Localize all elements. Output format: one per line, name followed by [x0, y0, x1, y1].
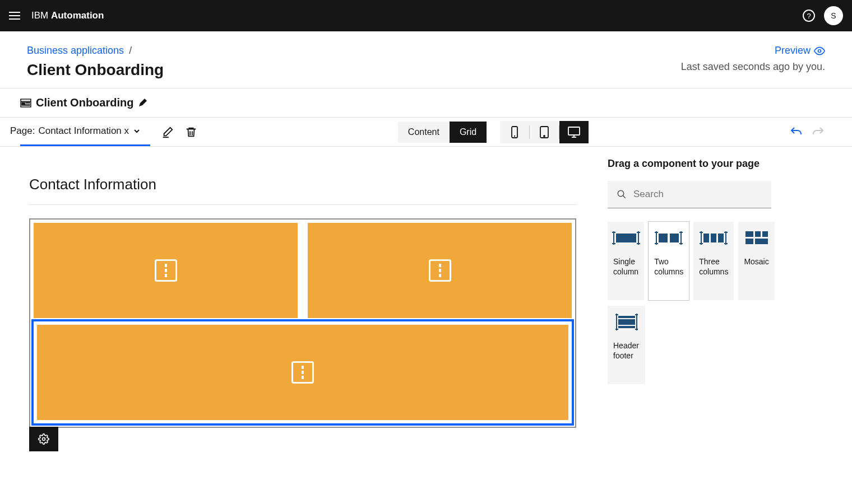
undo-icon[interactable] — [789, 125, 803, 139]
device-preview-toggle — [500, 121, 589, 143]
svg-rect-43 — [762, 231, 768, 237]
canvas-title: Contact Information — [29, 176, 576, 193]
three-columns-icon — [700, 228, 728, 248]
svg-point-14 — [43, 438, 45, 441]
breadcrumb: Business applications / — [27, 45, 164, 57]
canvas: Contact Information — [11, 158, 594, 472]
grid-container[interactable] — [29, 218, 576, 428]
mosaic-icon — [746, 228, 768, 248]
page-selector[interactable]: Page: Contact Information x — [20, 118, 150, 146]
svg-rect-40 — [718, 234, 724, 242]
tablet-device-button[interactable] — [530, 121, 559, 143]
svg-rect-52 — [618, 316, 635, 318]
grid-cell[interactable] — [37, 325, 568, 420]
menu-icon[interactable] — [9, 9, 22, 22]
svg-rect-41 — [746, 231, 753, 237]
preview-button[interactable]: Preview — [775, 45, 825, 57]
svg-rect-11 — [568, 127, 580, 135]
drag-handle-icon[interactable] — [429, 259, 451, 282]
panel-title: Drag a component to your page — [608, 158, 771, 170]
settings-button[interactable] — [29, 427, 58, 451]
search-box[interactable] — [608, 181, 771, 208]
grid-cell[interactable] — [34, 223, 298, 318]
gear-icon — [38, 433, 49, 445]
component-two-columns[interactable]: Two columns — [649, 222, 689, 300]
search-input[interactable] — [633, 189, 762, 200]
view-mode-toggle: Content Grid — [398, 122, 487, 143]
grid-tab[interactable]: Grid — [450, 122, 487, 143]
svg-rect-5 — [22, 105, 30, 105]
svg-rect-4 — [26, 102, 30, 103]
eye-icon — [814, 45, 825, 57]
svg-rect-54 — [618, 326, 635, 328]
svg-rect-42 — [755, 231, 761, 237]
brand-logo: IBM Automation — [31, 10, 104, 21]
drag-handle-icon[interactable] — [291, 361, 314, 384]
chevron-down-icon — [132, 127, 141, 136]
main-content: Contact Information Drag a component to — [0, 147, 852, 483]
svg-point-10 — [544, 136, 545, 137]
svg-point-15 — [618, 190, 624, 197]
grid-row-selected[interactable] — [31, 319, 574, 426]
breadcrumb-link[interactable]: Business applications — [27, 45, 124, 56]
svg-rect-38 — [703, 234, 709, 242]
search-icon — [617, 189, 627, 199]
edit-page-icon[interactable] — [161, 126, 174, 138]
app-name: Client Onboarding — [36, 96, 133, 109]
page-title: Client Onboarding — [27, 61, 164, 79]
drag-handle-icon[interactable] — [155, 259, 177, 282]
grid-cell[interactable] — [308, 223, 572, 318]
header-footer-icon — [615, 312, 638, 332]
component-panel: Drag a component to your page Single col… — [608, 158, 798, 472]
top-header: IBM Automation ? S — [0, 0, 852, 31]
svg-rect-44 — [746, 239, 753, 244]
svg-rect-31 — [670, 234, 679, 242]
redo-icon[interactable] — [812, 125, 825, 139]
content-tab[interactable]: Content — [398, 122, 450, 143]
svg-rect-53 — [618, 319, 635, 325]
delete-icon[interactable] — [185, 126, 197, 138]
mobile-device-button[interactable] — [500, 121, 529, 143]
svg-rect-30 — [659, 234, 668, 242]
sub-header: Business applications / Client Onboardin… — [0, 31, 852, 88]
svg-rect-3 — [22, 102, 25, 104]
two-columns-icon — [655, 228, 683, 248]
grid-row[interactable] — [34, 223, 572, 318]
svg-line-16 — [623, 195, 626, 198]
component-single-column[interactable]: Single column — [608, 222, 644, 300]
svg-rect-39 — [711, 234, 716, 242]
app-name-row: Client Onboarding — [0, 88, 852, 118]
svg-rect-23 — [616, 234, 636, 242]
last-saved-text: Last saved seconds ago by you. — [681, 61, 825, 73]
svg-point-0 — [818, 49, 821, 52]
avatar[interactable]: S — [824, 6, 843, 25]
component-three-columns[interactable]: Three columns — [693, 222, 734, 300]
app-icon — [20, 97, 31, 109]
svg-rect-45 — [755, 239, 768, 244]
component-mosaic[interactable]: Mosaic — [738, 222, 774, 300]
edit-icon[interactable] — [138, 99, 147, 108]
desktop-device-button[interactable] — [559, 121, 589, 143]
single-column-icon — [612, 228, 640, 248]
toolbar: Page: Contact Information x Content Grid — [0, 118, 852, 147]
component-header-footer[interactable]: Header footer — [608, 306, 645, 384]
help-icon[interactable]: ? — [803, 10, 815, 22]
